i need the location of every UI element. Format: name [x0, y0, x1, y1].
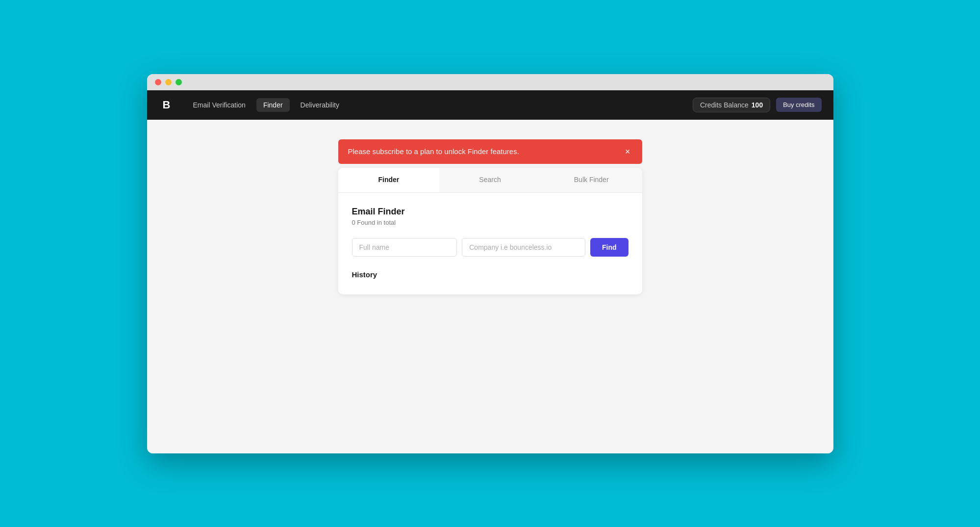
- credits-label: Credits Balance: [700, 101, 749, 109]
- app-container: B Email Verification Finder Deliverabili…: [147, 90, 833, 453]
- section-subtitle: 0 Found in total: [352, 219, 628, 226]
- find-button[interactable]: Find: [590, 238, 628, 257]
- finder-card: Finder Search Bulk Finder Email Finder 0…: [338, 168, 642, 294]
- tab-bulk-finder[interactable]: Bulk Finder: [541, 168, 642, 192]
- minimize-traffic-light[interactable]: [165, 79, 172, 85]
- navbar: B Email Verification Finder Deliverabili…: [147, 90, 833, 120]
- nav-item-finder[interactable]: Finder: [256, 98, 290, 112]
- nav-right: Credits Balance 100 Buy credits: [693, 98, 822, 112]
- close-traffic-light[interactable]: [155, 79, 161, 85]
- credits-value: 100: [752, 101, 763, 109]
- card-tabs: Finder Search Bulk Finder: [338, 168, 642, 193]
- nav-item-email-verification[interactable]: Email Verification: [186, 98, 252, 112]
- history-title: History: [352, 270, 628, 279]
- credits-badge: Credits Balance 100: [693, 98, 770, 112]
- search-row: Find: [352, 238, 628, 257]
- maximize-traffic-light[interactable]: [176, 79, 182, 85]
- nav-item-deliverability[interactable]: Deliverability: [294, 98, 346, 112]
- alert-banner: Please subscribe to a plan to unlock Fin…: [338, 139, 642, 164]
- card-body: Email Finder 0 Found in total Find Histo…: [338, 193, 642, 294]
- full-name-input[interactable]: [352, 238, 457, 257]
- tab-finder[interactable]: Finder: [338, 168, 440, 192]
- tab-search[interactable]: Search: [439, 168, 541, 192]
- browser-window: B Email Verification Finder Deliverabili…: [147, 74, 833, 453]
- main-content: Please subscribe to a plan to unlock Fin…: [147, 120, 833, 314]
- section-title: Email Finder: [352, 207, 628, 217]
- alert-close-button[interactable]: ×: [623, 147, 632, 156]
- alert-message: Please subscribe to a plan to unlock Fin…: [348, 147, 519, 156]
- app-logo: B: [159, 97, 175, 113]
- buy-credits-button[interactable]: Buy credits: [776, 98, 821, 112]
- title-bar: [147, 74, 833, 90]
- company-input[interactable]: [462, 238, 585, 257]
